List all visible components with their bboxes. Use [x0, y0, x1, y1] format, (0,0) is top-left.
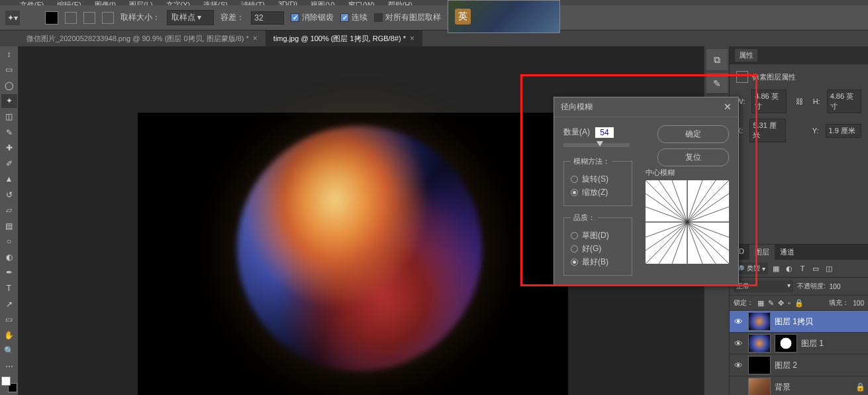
filter-adjust-icon[interactable]: ◐ — [784, 264, 795, 273]
brush-panel-icon[interactable]: ✎ — [706, 73, 728, 94]
lock-move-icon[interactable]: ✥ — [778, 299, 784, 308]
dodge-tool-icon[interactable]: ◐ — [1, 250, 17, 264]
layer-thumb[interactable] — [748, 312, 771, 331]
brush-tool-icon[interactable]: ✐ — [1, 156, 17, 171]
menu-select[interactable]: 选择(S) — [203, 0, 228, 5]
menu-layer[interactable]: 图层(L) — [129, 0, 152, 5]
draft-radio[interactable]: 草图(D) — [571, 230, 625, 241]
menu-help[interactable]: 帮助(H) — [388, 0, 412, 5]
slider-handle-icon[interactable] — [597, 141, 603, 146]
spin-radio[interactable]: 旋转(S) — [571, 174, 625, 185]
shape-tool-icon[interactable]: ▭ — [1, 312, 17, 327]
document-canvas[interactable] — [138, 113, 568, 395]
filter-pixel-icon[interactable]: ▦ — [771, 264, 781, 273]
marquee-tool-icon[interactable]: ▭ — [1, 63, 17, 78]
eraser-tool-icon[interactable]: ▱ — [1, 203, 17, 217]
close-icon[interactable]: ✕ — [724, 101, 732, 113]
width-input[interactable]: 4.86 英寸 — [751, 89, 786, 113]
zoom-tool-icon[interactable]: 🔍 — [1, 343, 17, 358]
menu-3d[interactable]: 3D(D) — [278, 0, 297, 5]
swatch-black[interactable] — [45, 11, 58, 25]
crop-tool-icon[interactable]: ◫ — [1, 109, 17, 124]
blend-mode-dropdown[interactable]: 正常▾ — [734, 280, 793, 292]
contiguous-checkbox[interactable]: ✓连续 — [340, 12, 367, 23]
lock-pixels-icon[interactable]: ▦ — [757, 299, 764, 308]
layer-item[interactable]: 背景 🔒 — [730, 376, 868, 395]
lock-artboard-icon[interactable]: ▫ — [788, 299, 791, 307]
menu-file[interactable]: 文件(F) — [20, 0, 44, 5]
lasso-tool-icon[interactable]: ◯ — [1, 78, 17, 93]
menu-filter[interactable]: 滤镜(T) — [241, 0, 265, 5]
good-radio[interactable]: 好(G) — [571, 243, 625, 254]
close-icon[interactable]: × — [253, 34, 258, 43]
link-icon[interactable]: ⛓ — [793, 95, 806, 107]
zoom-radio[interactable]: 缩放(Z) — [571, 187, 625, 198]
visibility-icon[interactable]: 👁 — [732, 339, 744, 349]
foreground-swatch[interactable] — [1, 376, 11, 386]
lock-brush-icon[interactable]: ✎ — [768, 299, 774, 308]
menu-edit[interactable]: 编辑(E) — [57, 0, 81, 5]
color-swatches[interactable] — [1, 376, 17, 392]
tab-layers[interactable]: 图层 — [749, 245, 775, 260]
height-input[interactable]: 4.86 英寸 — [827, 89, 861, 113]
amount-input[interactable]: 54 — [595, 127, 614, 138]
blur-center-preview[interactable]: 中心模糊 — [646, 168, 729, 264]
layer-item[interactable]: 👁 图层 1拷贝 — [730, 311, 868, 333]
stamp-tool-icon[interactable]: ▲ — [1, 172, 17, 186]
path-tool-icon[interactable]: ↗ — [1, 297, 17, 311]
visibility-icon[interactable]: 👁 — [732, 361, 744, 370]
eyedropper-tool-icon[interactable]: ✎ — [1, 125, 17, 140]
doc-tab-1[interactable]: 微信图片_20200528233948.png @ 90.9% (图层 0拷贝,… — [19, 30, 265, 46]
layer-thumb[interactable] — [748, 334, 771, 353]
x-input[interactable]: 5.31 厘米 — [749, 119, 785, 142]
tab-channels[interactable]: 通道 — [775, 245, 800, 260]
more-icon[interactable]: ⋯ — [1, 359, 17, 374]
best-radio[interactable]: 最好(B) — [571, 256, 625, 268]
lock-all-icon[interactable]: 🔒 — [795, 299, 804, 308]
opacity-value[interactable]: 100 — [830, 283, 841, 290]
layer-thumb[interactable] — [748, 378, 771, 395]
menu-image[interactable]: 图像(I) — [95, 0, 116, 5]
heal-tool-icon[interactable]: ✚ — [1, 141, 17, 155]
reset-button[interactable]: 复位 — [657, 148, 729, 166]
layer-item[interactable]: 👁 图层 1 — [730, 333, 868, 355]
sample-size-dropdown[interactable]: 取样点 ▾ — [167, 10, 214, 25]
doc-tab-2[interactable]: timg.jpg @ 100% (图层 1拷贝, RGB/8#) *× — [265, 30, 422, 46]
swatch-mode-1-icon[interactable] — [65, 12, 77, 24]
fill-value[interactable]: 100 — [853, 300, 864, 307]
layer-name[interactable]: 图层 1拷贝 — [775, 316, 813, 327]
move-tool-icon[interactable]: ↕ — [1, 47, 17, 62]
filter-shape-icon[interactable]: ▭ — [810, 264, 821, 273]
gradient-tool-icon[interactable]: ▤ — [1, 219, 17, 233]
wand-tool-icon[interactable]: ✦ — [1, 94, 17, 109]
swatch-mode-2-icon[interactable] — [83, 12, 95, 24]
amount-slider[interactable] — [563, 143, 630, 147]
all-layers-checkbox[interactable]: 对所有图层取样 — [374, 12, 441, 23]
layer-name[interactable]: 图层 1 — [801, 338, 824, 349]
layer-item[interactable]: 👁 图层 2 — [730, 355, 868, 376]
layer-name[interactable]: 背景 — [775, 382, 791, 393]
ok-button[interactable]: 确定 — [657, 125, 729, 143]
history-panel-icon[interactable]: ⧉ — [706, 49, 728, 70]
filter-type-icon[interactable]: T — [797, 264, 808, 273]
visibility-icon[interactable]: 👁 — [732, 317, 744, 327]
menu-view[interactable]: 视图(V) — [311, 0, 335, 5]
type-tool-icon[interactable]: T — [1, 281, 17, 296]
swatch-mode-3-icon[interactable] — [102, 12, 114, 24]
hand-tool-icon[interactable]: ✋ — [1, 328, 17, 343]
antialias-checkbox[interactable]: ✓消除锯齿 — [291, 12, 334, 23]
menu-type[interactable]: 文字(Y) — [166, 0, 191, 5]
filter-smart-icon[interactable]: ◫ — [824, 264, 834, 273]
history-brush-icon[interactable]: ↺ — [1, 188, 17, 202]
magic-wand-icon[interactable]: ✦▾ — [5, 11, 20, 25]
tolerance-input[interactable]: 32 — [251, 11, 284, 25]
layer-name[interactable]: 图层 2 — [775, 360, 797, 371]
close-icon[interactable]: × — [410, 34, 414, 43]
properties-tab[interactable]: 属性 — [735, 49, 757, 62]
pen-tool-icon[interactable]: ✒ — [1, 266, 17, 280]
layer-thumb[interactable] — [748, 356, 771, 374]
menu-window[interactable]: 窗口(W) — [348, 0, 375, 5]
layer-mask-thumb[interactable] — [775, 334, 797, 353]
blur-tool-icon[interactable]: ○ — [1, 235, 17, 249]
y-input[interactable]: 1.9 厘米 — [826, 124, 861, 138]
